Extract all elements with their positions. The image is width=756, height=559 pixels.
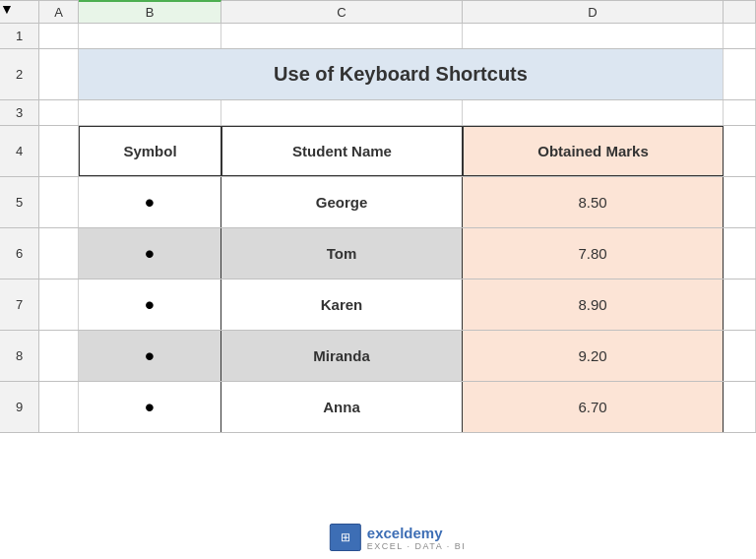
logo-area: ⊞ exceldemy EXCEL · DATA · BI	[330, 524, 466, 551]
grid-row-2: Use of Keyboard Shortcuts	[39, 49, 756, 100]
logo-text-block: exceldemy EXCEL · DATA · BI	[367, 525, 466, 551]
grid-row-7: • Karen 8.90	[39, 280, 756, 331]
cell-b3[interactable]	[79, 100, 221, 125]
header-symbol[interactable]: Symbol	[79, 126, 221, 176]
symbol-8: •	[79, 331, 221, 381]
cell-a7[interactable]	[39, 280, 79, 330]
cell-c3[interactable]	[221, 100, 463, 125]
brand-tagline: EXCEL · DATA · BI	[367, 541, 466, 551]
cell-a2[interactable]	[39, 49, 79, 99]
row-num-2[interactable]: 2	[0, 49, 39, 100]
brand-name: exceldemy	[367, 525, 443, 541]
cell-rest3	[724, 100, 756, 125]
symbol-9: •	[79, 382, 221, 432]
cell-a1[interactable]	[39, 24, 79, 48]
column-headers: ▼ A B C D	[0, 0, 756, 24]
name-9[interactable]: Anna	[221, 382, 463, 432]
row-num-3[interactable]: 3	[0, 100, 39, 126]
name-8[interactable]: Miranda	[221, 331, 463, 381]
symbol-6: •	[79, 228, 221, 279]
col-header-c[interactable]: C	[221, 0, 463, 24]
symbol-5: •	[79, 177, 221, 227]
row-num-1[interactable]: 1	[0, 24, 39, 49]
grid-row-6: • Tom 7.80	[39, 228, 756, 280]
cell-a4[interactable]	[39, 126, 79, 176]
marks-7[interactable]: 8.90	[463, 280, 724, 330]
cell-a3[interactable]	[39, 100, 79, 125]
cell-c1[interactable]	[221, 24, 463, 48]
name-7[interactable]: Karen	[221, 280, 463, 330]
row-num-5[interactable]: 5	[0, 177, 39, 228]
cell-rest7	[724, 280, 756, 330]
spreadsheet: ▼ A B C D 1 2 3 4 5 6 7 8 9	[0, 0, 756, 559]
cell-a6[interactable]	[39, 228, 79, 279]
header-marks[interactable]: Obtained Marks	[463, 126, 724, 176]
grid-content: Use of Keyboard Shortcuts Symbol Student…	[39, 24, 756, 559]
grid-row-5: • George 8.50	[39, 177, 756, 228]
cell-d1[interactable]	[463, 24, 724, 48]
cell-b1[interactable]	[79, 24, 221, 48]
name-6[interactable]: Tom	[221, 228, 463, 279]
corner-cell: ▼	[0, 0, 39, 24]
cell-a8[interactable]	[39, 331, 79, 381]
grid-row-8: • Miranda 9.20	[39, 331, 756, 382]
cell-a9[interactable]	[39, 382, 79, 432]
marks-9[interactable]: 6.70	[463, 382, 724, 432]
row-num-9[interactable]: 9	[0, 382, 39, 433]
cell-rest4	[724, 126, 756, 176]
row-num-4[interactable]: 4	[0, 126, 39, 177]
grid-row-4: Symbol Student Name Obtained Marks	[39, 126, 756, 177]
col-header-rest	[724, 0, 756, 24]
name-5[interactable]: George	[221, 177, 463, 227]
grid-body: 1 2 3 4 5 6 7 8 9 Use of Keyboard Sho	[0, 24, 756, 559]
cell-rest1	[724, 24, 756, 48]
grid-row-9: • Anna 6.70	[39, 382, 756, 433]
row-num-7[interactable]: 7	[0, 280, 39, 331]
grid-row-1	[39, 24, 756, 49]
marks-8[interactable]: 9.20	[463, 331, 724, 381]
grid-row-3	[39, 100, 756, 126]
marks-6[interactable]: 7.80	[463, 228, 724, 279]
cell-rest8	[724, 331, 756, 381]
paste-icon: ⊞	[330, 524, 361, 551]
symbol-7: •	[79, 280, 221, 330]
cell-rest5	[724, 177, 756, 227]
col-header-b[interactable]: B	[79, 0, 221, 24]
cell-rest6	[724, 228, 756, 279]
col-header-a[interactable]: A	[39, 0, 79, 24]
col-header-d[interactable]: D	[463, 0, 724, 24]
title-cell[interactable]: Use of Keyboard Shortcuts	[79, 49, 724, 99]
cell-rest9	[724, 382, 756, 432]
cell-rest2	[724, 49, 756, 99]
row-num-8[interactable]: 8	[0, 331, 39, 382]
cell-d3[interactable]	[463, 100, 724, 125]
row-numbers: 1 2 3 4 5 6 7 8 9	[0, 24, 39, 559]
marks-5[interactable]: 8.50	[463, 177, 724, 227]
paste-icon-symbol: ⊞	[341, 530, 350, 544]
row-num-6[interactable]: 6	[0, 228, 39, 280]
header-name[interactable]: Student Name	[221, 126, 463, 176]
cell-a5[interactable]	[39, 177, 79, 227]
